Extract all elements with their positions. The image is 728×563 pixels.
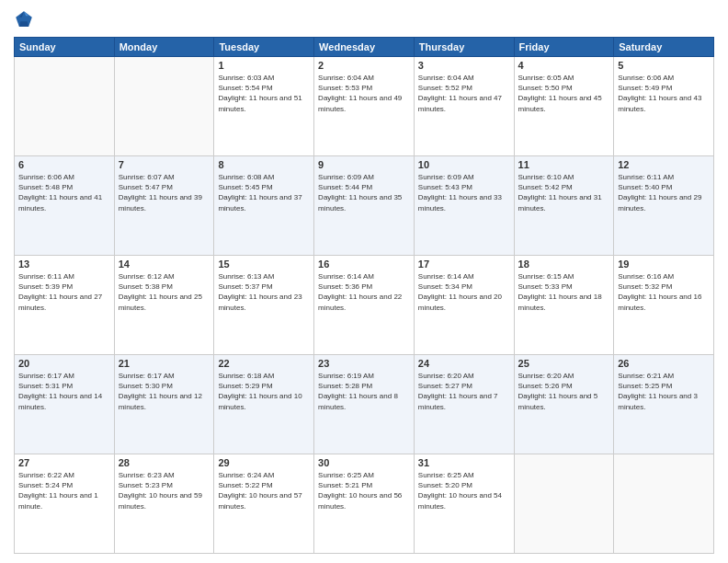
- day-number: 31: [418, 457, 510, 468]
- day-number: 13: [18, 259, 110, 270]
- day-info: Sunrise: 6:03 AMSunset: 5:54 PMDaylight:…: [218, 73, 310, 114]
- day-number: 23: [318, 358, 410, 369]
- calendar-cell: 23Sunrise: 6:19 AMSunset: 5:28 PMDayligh…: [314, 355, 415, 454]
- calendar-header-row: SundayMondayTuesdayWednesdayThursdayFrid…: [15, 38, 714, 57]
- day-info: Sunrise: 6:07 AMSunset: 5:47 PMDaylight:…: [119, 172, 210, 213]
- day-number: 27: [18, 457, 110, 468]
- calendar-cell: 1Sunrise: 6:03 AMSunset: 5:54 PMDaylight…: [214, 57, 314, 156]
- day-info: Sunrise: 6:13 AMSunset: 5:37 PMDaylight:…: [218, 271, 310, 313]
- day-info: Sunrise: 6:14 AMSunset: 5:36 PMDaylight:…: [318, 271, 410, 313]
- day-number: 11: [518, 159, 610, 170]
- day-info: Sunrise: 6:20 AMSunset: 5:27 PMDaylight:…: [418, 371, 510, 412]
- day-number: 10: [418, 159, 510, 170]
- day-number: 28: [119, 457, 210, 468]
- weekday-header-wednesday: Wednesday: [314, 38, 415, 57]
- day-number: 15: [218, 259, 310, 270]
- day-info: Sunrise: 6:06 AMSunset: 5:48 PMDaylight:…: [18, 172, 110, 213]
- day-number: 30: [318, 457, 410, 468]
- calendar: SundayMondayTuesdayWednesdayThursdayFrid…: [14, 37, 714, 554]
- calendar-cell: [514, 454, 614, 554]
- day-number: 3: [418, 60, 510, 71]
- day-number: 22: [218, 358, 310, 369]
- day-info: Sunrise: 6:08 AMSunset: 5:45 PMDaylight:…: [218, 172, 310, 213]
- calendar-cell: 29Sunrise: 6:24 AMSunset: 5:22 PMDayligh…: [214, 454, 314, 554]
- calendar-week-row: 13Sunrise: 6:11 AMSunset: 5:39 PMDayligh…: [15, 256, 714, 355]
- day-number: 25: [518, 358, 610, 369]
- logo-icon: [14, 9, 34, 29]
- calendar-cell: 24Sunrise: 6:20 AMSunset: 5:27 PMDayligh…: [414, 355, 514, 454]
- day-number: 18: [518, 259, 610, 270]
- calendar-cell: 15Sunrise: 6:13 AMSunset: 5:37 PMDayligh…: [214, 256, 314, 355]
- calendar-cell: 4Sunrise: 6:05 AMSunset: 5:50 PMDaylight…: [514, 57, 614, 156]
- day-number: 24: [418, 358, 510, 369]
- day-info: Sunrise: 6:20 AMSunset: 5:26 PMDaylight:…: [518, 371, 610, 412]
- day-info: Sunrise: 6:09 AMSunset: 5:44 PMDaylight:…: [318, 172, 410, 213]
- calendar-week-row: 27Sunrise: 6:22 AMSunset: 5:24 PMDayligh…: [15, 454, 714, 554]
- weekday-header-friday: Friday: [514, 38, 614, 57]
- day-number: 12: [618, 159, 710, 170]
- calendar-cell: 18Sunrise: 6:15 AMSunset: 5:33 PMDayligh…: [514, 256, 614, 355]
- weekday-header-monday: Monday: [114, 38, 214, 57]
- day-number: 14: [119, 259, 210, 270]
- day-number: 17: [418, 259, 510, 270]
- calendar-cell: 10Sunrise: 6:09 AMSunset: 5:43 PMDayligh…: [414, 156, 514, 256]
- calendar-cell: [114, 57, 214, 156]
- calendar-cell: 9Sunrise: 6:09 AMSunset: 5:44 PMDaylight…: [314, 156, 415, 256]
- day-info: Sunrise: 6:25 AMSunset: 5:21 PMDaylight:…: [318, 470, 410, 511]
- day-number: 29: [218, 457, 310, 468]
- calendar-week-row: 20Sunrise: 6:17 AMSunset: 5:31 PMDayligh…: [15, 355, 714, 454]
- calendar-cell: 21Sunrise: 6:17 AMSunset: 5:30 PMDayligh…: [114, 355, 214, 454]
- svg-marker-3: [19, 21, 28, 27]
- calendar-cell: 7Sunrise: 6:07 AMSunset: 5:47 PMDaylight…: [114, 156, 214, 256]
- day-number: 4: [518, 60, 610, 71]
- calendar-cell: 31Sunrise: 6:25 AMSunset: 5:20 PMDayligh…: [414, 454, 514, 554]
- day-info: Sunrise: 6:22 AMSunset: 5:24 PMDaylight:…: [18, 470, 110, 511]
- calendar-cell: 2Sunrise: 6:04 AMSunset: 5:53 PMDaylight…: [314, 57, 415, 156]
- day-info: Sunrise: 6:17 AMSunset: 5:31 PMDaylight:…: [18, 371, 110, 412]
- day-number: 21: [119, 358, 210, 369]
- calendar-cell: 12Sunrise: 6:11 AMSunset: 5:40 PMDayligh…: [614, 156, 714, 256]
- calendar-cell: 20Sunrise: 6:17 AMSunset: 5:31 PMDayligh…: [15, 355, 115, 454]
- day-number: 8: [218, 159, 310, 170]
- day-info: Sunrise: 6:09 AMSunset: 5:43 PMDaylight:…: [418, 172, 510, 213]
- day-info: Sunrise: 6:04 AMSunset: 5:53 PMDaylight:…: [318, 73, 410, 114]
- calendar-cell: 16Sunrise: 6:14 AMSunset: 5:36 PMDayligh…: [314, 256, 415, 355]
- calendar-cell: 25Sunrise: 6:20 AMSunset: 5:26 PMDayligh…: [514, 355, 614, 454]
- day-info: Sunrise: 6:25 AMSunset: 5:20 PMDaylight:…: [418, 470, 510, 511]
- day-info: Sunrise: 6:18 AMSunset: 5:29 PMDaylight:…: [218, 371, 310, 412]
- weekday-header-saturday: Saturday: [614, 38, 714, 57]
- calendar-cell: 26Sunrise: 6:21 AMSunset: 5:25 PMDayligh…: [614, 355, 714, 454]
- day-info: Sunrise: 6:10 AMSunset: 5:42 PMDaylight:…: [518, 172, 610, 213]
- day-info: Sunrise: 6:12 AMSunset: 5:38 PMDaylight:…: [119, 271, 210, 313]
- day-number: 5: [618, 60, 710, 71]
- calendar-cell: 28Sunrise: 6:23 AMSunset: 5:23 PMDayligh…: [114, 454, 214, 554]
- calendar-cell: 22Sunrise: 6:18 AMSunset: 5:29 PMDayligh…: [214, 355, 314, 454]
- calendar-week-row: 1Sunrise: 6:03 AMSunset: 5:54 PMDaylight…: [15, 57, 714, 156]
- day-number: 7: [119, 159, 210, 170]
- day-info: Sunrise: 6:11 AMSunset: 5:39 PMDaylight:…: [18, 271, 110, 313]
- calendar-week-row: 6Sunrise: 6:06 AMSunset: 5:48 PMDaylight…: [15, 156, 714, 256]
- calendar-cell: 19Sunrise: 6:16 AMSunset: 5:32 PMDayligh…: [614, 256, 714, 355]
- calendar-cell: 8Sunrise: 6:08 AMSunset: 5:45 PMDaylight…: [214, 156, 314, 256]
- day-info: Sunrise: 6:19 AMSunset: 5:28 PMDaylight:…: [318, 371, 410, 412]
- calendar-cell: [15, 57, 115, 156]
- day-info: Sunrise: 6:06 AMSunset: 5:49 PMDaylight:…: [618, 73, 710, 114]
- day-number: 9: [318, 159, 410, 170]
- day-number: 16: [318, 259, 410, 270]
- day-info: Sunrise: 6:24 AMSunset: 5:22 PMDaylight:…: [218, 470, 310, 511]
- calendar-cell: 13Sunrise: 6:11 AMSunset: 5:39 PMDayligh…: [15, 256, 115, 355]
- calendar-body: 1Sunrise: 6:03 AMSunset: 5:54 PMDaylight…: [15, 57, 714, 554]
- day-info: Sunrise: 6:23 AMSunset: 5:23 PMDaylight:…: [119, 470, 210, 511]
- weekday-header-sunday: Sunday: [15, 38, 115, 57]
- day-number: 26: [618, 358, 710, 369]
- calendar-cell: 6Sunrise: 6:06 AMSunset: 5:48 PMDaylight…: [15, 156, 115, 256]
- weekday-header-thursday: Thursday: [414, 38, 514, 57]
- calendar-cell: 30Sunrise: 6:25 AMSunset: 5:21 PMDayligh…: [314, 454, 415, 554]
- day-number: 1: [218, 60, 310, 71]
- day-number: 6: [18, 159, 110, 170]
- calendar-cell: [614, 454, 714, 554]
- day-info: Sunrise: 6:17 AMSunset: 5:30 PMDaylight:…: [119, 371, 210, 412]
- day-info: Sunrise: 6:14 AMSunset: 5:34 PMDaylight:…: [418, 271, 510, 313]
- calendar-cell: 11Sunrise: 6:10 AMSunset: 5:42 PMDayligh…: [514, 156, 614, 256]
- calendar-cell: 14Sunrise: 6:12 AMSunset: 5:38 PMDayligh…: [114, 256, 214, 355]
